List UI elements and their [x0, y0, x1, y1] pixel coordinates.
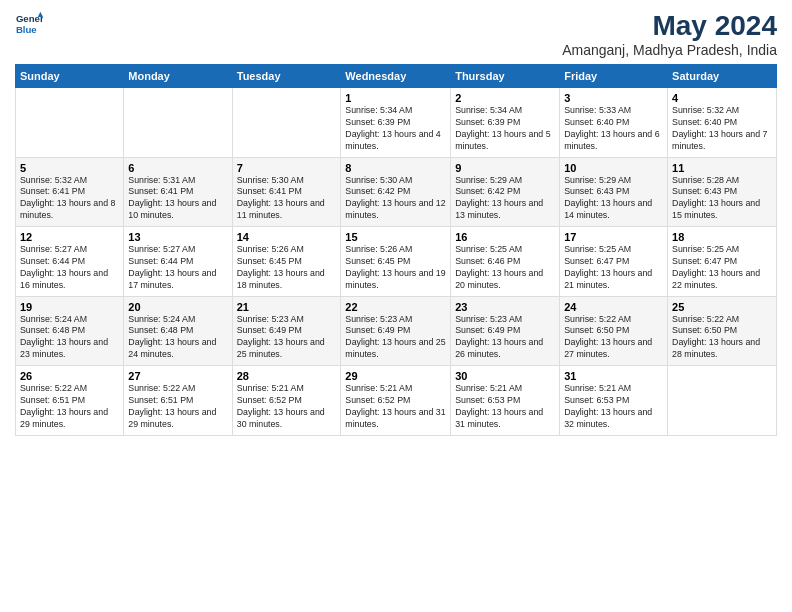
day-info: Sunrise: 5:29 AM Sunset: 6:42 PM Dayligh…	[455, 175, 555, 223]
day-number: 8	[345, 162, 446, 174]
calendar-cell: 14Sunrise: 5:26 AM Sunset: 6:45 PM Dayli…	[232, 227, 341, 297]
calendar-cell: 22Sunrise: 5:23 AM Sunset: 6:49 PM Dayli…	[341, 296, 451, 366]
calendar-cell	[668, 366, 777, 436]
day-info: Sunrise: 5:21 AM Sunset: 6:52 PM Dayligh…	[345, 383, 446, 431]
calendar-cell: 12Sunrise: 5:27 AM Sunset: 6:44 PM Dayli…	[16, 227, 124, 297]
calendar-cell: 24Sunrise: 5:22 AM Sunset: 6:50 PM Dayli…	[560, 296, 668, 366]
day-header-monday: Monday	[124, 65, 232, 88]
calendar-cell: 17Sunrise: 5:25 AM Sunset: 6:47 PM Dayli…	[560, 227, 668, 297]
day-header-saturday: Saturday	[668, 65, 777, 88]
header: General Blue May 2024 Amanganj, Madhya P…	[15, 10, 777, 58]
day-number: 26	[20, 370, 119, 382]
day-info: Sunrise: 5:32 AM Sunset: 6:41 PM Dayligh…	[20, 175, 119, 223]
week-row-3: 12Sunrise: 5:27 AM Sunset: 6:44 PM Dayli…	[16, 227, 777, 297]
day-number: 23	[455, 301, 555, 313]
day-number: 19	[20, 301, 119, 313]
title-block: May 2024 Amanganj, Madhya Pradesh, India	[562, 10, 777, 58]
day-info: Sunrise: 5:21 AM Sunset: 6:53 PM Dayligh…	[564, 383, 663, 431]
header-row: SundayMondayTuesdayWednesdayThursdayFrid…	[16, 65, 777, 88]
calendar-cell	[16, 88, 124, 158]
day-number: 22	[345, 301, 446, 313]
day-number: 10	[564, 162, 663, 174]
day-info: Sunrise: 5:23 AM Sunset: 6:49 PM Dayligh…	[345, 314, 446, 362]
calendar-cell: 7Sunrise: 5:30 AM Sunset: 6:41 PM Daylig…	[232, 157, 341, 227]
day-header-friday: Friday	[560, 65, 668, 88]
calendar-cell: 25Sunrise: 5:22 AM Sunset: 6:50 PM Dayli…	[668, 296, 777, 366]
day-number: 1	[345, 92, 446, 104]
day-info: Sunrise: 5:34 AM Sunset: 6:39 PM Dayligh…	[345, 105, 446, 153]
calendar-cell: 15Sunrise: 5:26 AM Sunset: 6:45 PM Dayli…	[341, 227, 451, 297]
day-number: 31	[564, 370, 663, 382]
day-info: Sunrise: 5:33 AM Sunset: 6:40 PM Dayligh…	[564, 105, 663, 153]
day-number: 18	[672, 231, 772, 243]
day-number: 20	[128, 301, 227, 313]
week-row-5: 26Sunrise: 5:22 AM Sunset: 6:51 PM Dayli…	[16, 366, 777, 436]
calendar-cell: 31Sunrise: 5:21 AM Sunset: 6:53 PM Dayli…	[560, 366, 668, 436]
day-number: 13	[128, 231, 227, 243]
day-number: 5	[20, 162, 119, 174]
day-info: Sunrise: 5:31 AM Sunset: 6:41 PM Dayligh…	[128, 175, 227, 223]
day-info: Sunrise: 5:23 AM Sunset: 6:49 PM Dayligh…	[237, 314, 337, 362]
day-number: 7	[237, 162, 337, 174]
calendar-cell: 11Sunrise: 5:28 AM Sunset: 6:43 PM Dayli…	[668, 157, 777, 227]
day-info: Sunrise: 5:27 AM Sunset: 6:44 PM Dayligh…	[128, 244, 227, 292]
day-info: Sunrise: 5:25 AM Sunset: 6:46 PM Dayligh…	[455, 244, 555, 292]
day-info: Sunrise: 5:24 AM Sunset: 6:48 PM Dayligh…	[128, 314, 227, 362]
day-info: Sunrise: 5:23 AM Sunset: 6:49 PM Dayligh…	[455, 314, 555, 362]
calendar-cell: 9Sunrise: 5:29 AM Sunset: 6:42 PM Daylig…	[451, 157, 560, 227]
day-info: Sunrise: 5:25 AM Sunset: 6:47 PM Dayligh…	[672, 244, 772, 292]
page: General Blue May 2024 Amanganj, Madhya P…	[0, 0, 792, 612]
calendar-cell: 2Sunrise: 5:34 AM Sunset: 6:39 PM Daylig…	[451, 88, 560, 158]
day-info: Sunrise: 5:32 AM Sunset: 6:40 PM Dayligh…	[672, 105, 772, 153]
day-number: 12	[20, 231, 119, 243]
day-number: 29	[345, 370, 446, 382]
day-info: Sunrise: 5:22 AM Sunset: 6:51 PM Dayligh…	[20, 383, 119, 431]
week-row-1: 1Sunrise: 5:34 AM Sunset: 6:39 PM Daylig…	[16, 88, 777, 158]
day-number: 28	[237, 370, 337, 382]
subtitle: Amanganj, Madhya Pradesh, India	[562, 42, 777, 58]
calendar-cell: 19Sunrise: 5:24 AM Sunset: 6:48 PM Dayli…	[16, 296, 124, 366]
week-row-2: 5Sunrise: 5:32 AM Sunset: 6:41 PM Daylig…	[16, 157, 777, 227]
day-info: Sunrise: 5:28 AM Sunset: 6:43 PM Dayligh…	[672, 175, 772, 223]
calendar-table: SundayMondayTuesdayWednesdayThursdayFrid…	[15, 64, 777, 436]
calendar-cell: 21Sunrise: 5:23 AM Sunset: 6:49 PM Dayli…	[232, 296, 341, 366]
day-number: 3	[564, 92, 663, 104]
day-number: 14	[237, 231, 337, 243]
day-number: 11	[672, 162, 772, 174]
day-number: 16	[455, 231, 555, 243]
calendar-cell: 20Sunrise: 5:24 AM Sunset: 6:48 PM Dayli…	[124, 296, 232, 366]
calendar-cell: 13Sunrise: 5:27 AM Sunset: 6:44 PM Dayli…	[124, 227, 232, 297]
day-info: Sunrise: 5:34 AM Sunset: 6:39 PM Dayligh…	[455, 105, 555, 153]
day-info: Sunrise: 5:21 AM Sunset: 6:53 PM Dayligh…	[455, 383, 555, 431]
day-info: Sunrise: 5:26 AM Sunset: 6:45 PM Dayligh…	[237, 244, 337, 292]
logo: General Blue	[15, 10, 43, 38]
day-header-thursday: Thursday	[451, 65, 560, 88]
day-info: Sunrise: 5:30 AM Sunset: 6:42 PM Dayligh…	[345, 175, 446, 223]
calendar-cell: 10Sunrise: 5:29 AM Sunset: 6:43 PM Dayli…	[560, 157, 668, 227]
day-number: 25	[672, 301, 772, 313]
calendar-cell: 6Sunrise: 5:31 AM Sunset: 6:41 PM Daylig…	[124, 157, 232, 227]
calendar-cell: 5Sunrise: 5:32 AM Sunset: 6:41 PM Daylig…	[16, 157, 124, 227]
logo-icon: General Blue	[15, 10, 43, 38]
calendar-cell: 28Sunrise: 5:21 AM Sunset: 6:52 PM Dayli…	[232, 366, 341, 436]
day-number: 30	[455, 370, 555, 382]
day-header-wednesday: Wednesday	[341, 65, 451, 88]
calendar-cell: 29Sunrise: 5:21 AM Sunset: 6:52 PM Dayli…	[341, 366, 451, 436]
calendar-cell	[124, 88, 232, 158]
calendar-cell: 30Sunrise: 5:21 AM Sunset: 6:53 PM Dayli…	[451, 366, 560, 436]
day-header-tuesday: Tuesday	[232, 65, 341, 88]
svg-text:Blue: Blue	[16, 24, 37, 35]
day-number: 15	[345, 231, 446, 243]
day-info: Sunrise: 5:24 AM Sunset: 6:48 PM Dayligh…	[20, 314, 119, 362]
calendar-cell: 18Sunrise: 5:25 AM Sunset: 6:47 PM Dayli…	[668, 227, 777, 297]
day-info: Sunrise: 5:26 AM Sunset: 6:45 PM Dayligh…	[345, 244, 446, 292]
day-info: Sunrise: 5:30 AM Sunset: 6:41 PM Dayligh…	[237, 175, 337, 223]
day-info: Sunrise: 5:22 AM Sunset: 6:50 PM Dayligh…	[564, 314, 663, 362]
calendar-cell: 8Sunrise: 5:30 AM Sunset: 6:42 PM Daylig…	[341, 157, 451, 227]
day-info: Sunrise: 5:22 AM Sunset: 6:51 PM Dayligh…	[128, 383, 227, 431]
calendar-cell: 23Sunrise: 5:23 AM Sunset: 6:49 PM Dayli…	[451, 296, 560, 366]
day-header-sunday: Sunday	[16, 65, 124, 88]
week-row-4: 19Sunrise: 5:24 AM Sunset: 6:48 PM Dayli…	[16, 296, 777, 366]
calendar-cell: 1Sunrise: 5:34 AM Sunset: 6:39 PM Daylig…	[341, 88, 451, 158]
calendar-cell: 16Sunrise: 5:25 AM Sunset: 6:46 PM Dayli…	[451, 227, 560, 297]
